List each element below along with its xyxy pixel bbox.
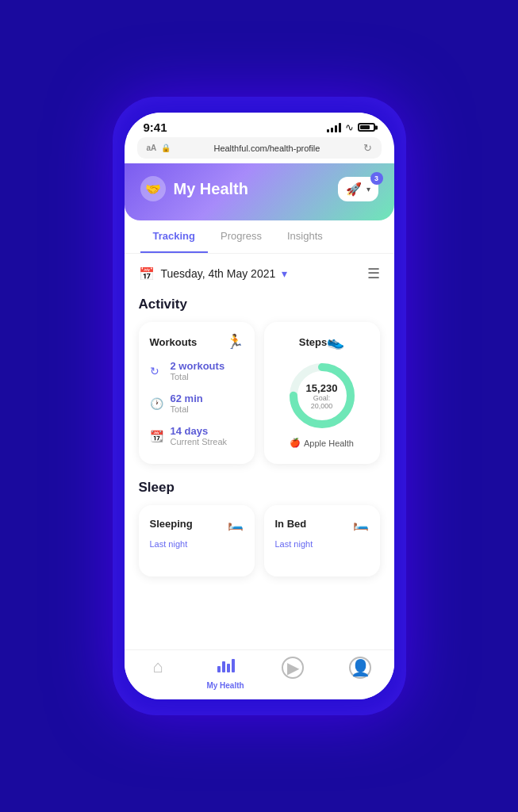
sleeping-card-header: Sleeping 🛏️: [150, 516, 244, 531]
apple-health-label: Apple Health: [304, 439, 354, 448]
notification-badge: 3: [370, 172, 383, 185]
browser-bar[interactable]: aA 🔒 Healthful.com/health-profile ↻: [137, 137, 382, 159]
svg-rect-2: [217, 666, 221, 672]
sleeping-card: Sleeping 🛏️ Last night: [139, 505, 255, 576]
sleep-section-title: Sleep: [139, 480, 380, 496]
tab-tracking[interactable]: Tracking: [140, 220, 208, 253]
workouts-count-label: Total: [171, 372, 225, 381]
workouts-card-header: Workouts 🏃: [150, 333, 244, 350]
workouts-count-item: 2 workouts Total: [171, 360, 225, 381]
rocket-icon: 🚀: [346, 182, 362, 197]
date-row: 📅 Tuesday, 4th May 2021 ▾ ☰: [139, 265, 380, 282]
svg-rect-3: [222, 661, 225, 672]
wifi-icon: ∿: [345, 121, 354, 133]
play-icon: ▶: [282, 657, 304, 679]
nav-home[interactable]: ⌂: [125, 657, 192, 690]
steps-donut: 15,230 Goal: 20,000: [286, 360, 358, 431]
phone-content: 🤝 My Health 3 🚀 ▾ Tracking Progress Insi…: [125, 163, 394, 649]
workouts-duration-item: 62 min Total: [171, 393, 203, 414]
svg-rect-4: [227, 664, 230, 672]
workouts-duration-row: 🕐 62 min Total: [150, 393, 244, 414]
battery-icon: [358, 123, 375, 132]
workouts-stats: ↻ 2 workouts Total 🕐 62 min To: [150, 360, 244, 453]
clock-icon: 🕐: [150, 397, 164, 410]
tab-bar: Tracking Progress Insights: [125, 220, 394, 254]
workouts-card: Workouts 🏃 ↻ 2 workouts Total: [139, 322, 255, 464]
workouts-title: Workouts: [150, 336, 198, 348]
steps-value: 15,230: [306, 382, 338, 394]
steps-card: Steps 👟 15,230 Goal:: [264, 322, 380, 464]
activity-cards-row: Workouts 🏃 ↻ 2 workouts Total: [139, 322, 380, 464]
list-icon[interactable]: ☰: [367, 265, 380, 282]
date-left: 📅 Tuesday, 4th May 2021 ▾: [139, 266, 288, 282]
nav-play[interactable]: ▶: [259, 657, 327, 690]
inbed-card-header: In Bed 🛏️: [275, 516, 369, 531]
calendar-icon: 📅: [139, 266, 155, 282]
sleeping-title: Sleeping: [150, 518, 193, 530]
header-left: 🤝 My Health: [140, 176, 248, 201]
date-chevron-icon[interactable]: ▾: [282, 267, 287, 280]
nav-health-label: My Health: [206, 681, 244, 690]
calendar-check-icon: 📆: [150, 430, 164, 442]
browser-url: Healthful.com/health-profile: [175, 144, 358, 153]
inbed-title: In Bed: [275, 518, 307, 530]
header-badge-button[interactable]: 3 🚀 ▾: [338, 177, 378, 201]
profile-icon: 👤: [349, 657, 371, 679]
sleeping-subtitle: Last night: [150, 539, 188, 549]
steps-card-header: Steps 👟: [299, 333, 344, 350]
sleep-cards-row: Sleeping 🛏️ Last night In Bed 🛏️ Last ni…: [139, 505, 380, 576]
apple-health-row: 🍎 Apple Health: [290, 438, 354, 448]
apple-icon: 🍎: [290, 438, 301, 448]
refresh-icon[interactable]: ↻: [363, 142, 372, 154]
phone-frame: 9:41 ∿ aA 🔒 Healthful.com/health-profile…: [113, 97, 406, 715]
inbed-card: In Bed 🛏️ Last night: [264, 505, 380, 576]
nav-health[interactable]: My Health: [192, 657, 259, 690]
workouts-streak-value: 14 days: [171, 425, 228, 437]
workouts-duration-label: Total: [171, 404, 203, 414]
workouts-streak-label: Current Streak: [171, 437, 228, 446]
status-time: 9:41: [144, 121, 167, 134]
page-title: My Health: [174, 180, 248, 198]
phone-screen: 9:41 ∿ aA 🔒 Healthful.com/health-profile…: [125, 113, 394, 699]
shoe-icon: 👟: [327, 333, 344, 350]
main-area: 📅 Tuesday, 4th May 2021 ▾ ☰ Activity Wor…: [125, 254, 394, 649]
heart-icon: 🤝: [140, 176, 166, 201]
workouts-streak-item: 14 days Current Streak: [171, 425, 228, 446]
health-chart-icon: [216, 657, 235, 679]
workouts-duration-value: 62 min: [171, 393, 203, 404]
workout-person-icon: 🏃: [226, 333, 244, 350]
date-text: Tuesday, 4th May 2021: [161, 267, 276, 280]
steps-goal: Goal: 20,000: [306, 394, 338, 410]
bottom-nav: ⌂ My Health ▶ 👤: [125, 649, 394, 699]
tab-progress[interactable]: Progress: [208, 220, 274, 253]
activity-section-title: Activity: [139, 297, 380, 312]
nav-profile[interactable]: 👤: [327, 657, 394, 690]
workouts-count-value: 2 workouts: [171, 360, 225, 372]
tab-insights[interactable]: Insights: [274, 220, 336, 253]
sync-icon: ↻: [150, 365, 164, 377]
chevron-down-icon: ▾: [366, 185, 370, 193]
app-header: 🤝 My Health 3 🚀 ▾: [125, 163, 394, 220]
status-bar: 9:41 ∿: [125, 113, 394, 137]
workouts-streak-row: 📆 14 days Current Streak: [150, 425, 244, 446]
inbed-icon: 🛏️: [353, 516, 369, 531]
svg-rect-5: [232, 659, 235, 672]
inbed-subtitle: Last night: [275, 539, 313, 549]
steps-title: Steps: [299, 336, 327, 348]
home-icon: ⌂: [152, 657, 163, 677]
lock-icon: 🔒: [161, 144, 171, 152]
bed-icon: 🛏️: [228, 516, 244, 531]
signal-icon: [327, 123, 341, 132]
browser-aa: aA: [147, 144, 157, 152]
status-icons: ∿: [327, 121, 375, 133]
workouts-count-row: ↻ 2 workouts Total: [150, 360, 244, 381]
steps-donut-center: 15,230 Goal: 20,000: [306, 382, 338, 410]
